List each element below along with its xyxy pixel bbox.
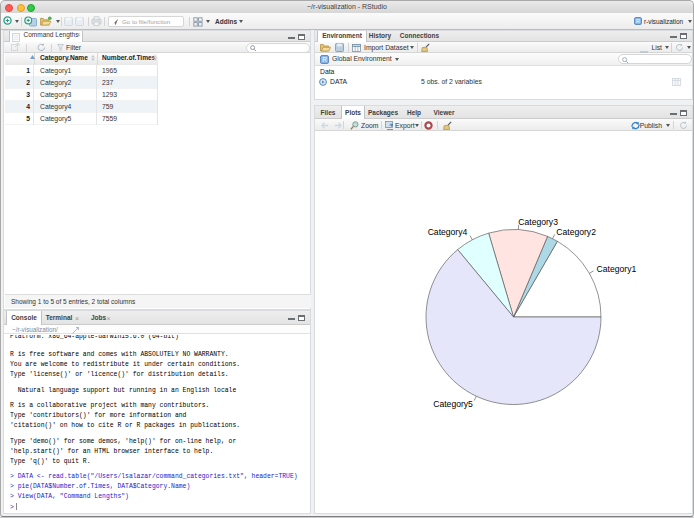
svg-text:Category5: Category5 [433, 399, 473, 409]
svg-text:Category3: Category3 [518, 217, 558, 227]
svg-text:Category1: Category1 [597, 264, 637, 274]
svg-text:R: R [636, 18, 640, 24]
svg-text:Category4: Category4 [428, 227, 468, 237]
svg-text:R: R [322, 55, 327, 62]
svg-text:Category2: Category2 [556, 227, 596, 237]
